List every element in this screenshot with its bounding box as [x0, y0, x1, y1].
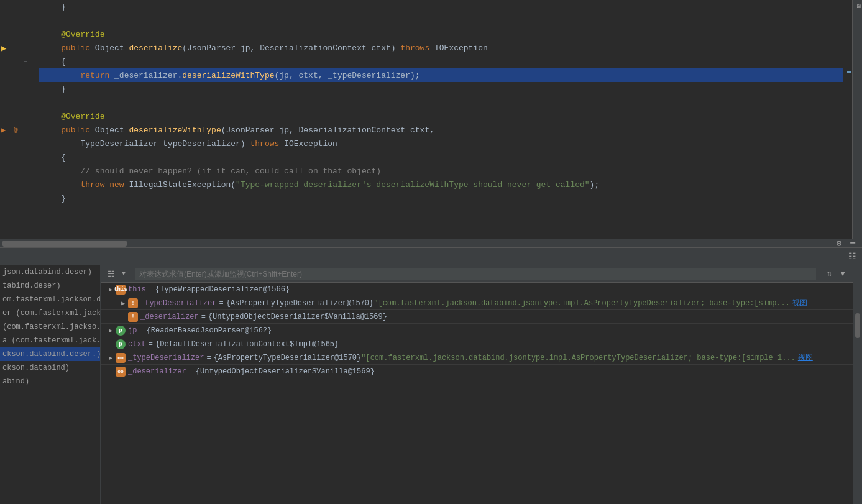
- var-row-oo-deser[interactable]: ► oo _deserializer = {UntypedObjectDeser…: [101, 365, 853, 378]
- gutter-line-9: [0, 109, 34, 123]
- var-name-this: this: [128, 285, 146, 294]
- gutter-line-15: [0, 191, 34, 205]
- var-val-oo-deser: {UntypedObjectDeserializer$Vanilla@1569}: [196, 367, 375, 376]
- fold-icon-12: −: [24, 154, 27, 161]
- var-expand-typedeser[interactable]: ▶: [118, 298, 128, 308]
- gutter-line-3: [0, 27, 34, 41]
- var-extra-oo-typedeser: "[com.fasterxml.jackson.databind.jsontyp…: [361, 354, 796, 362]
- call-stack-item-3[interactable]: om.fasterxml.jackson.d...: [0, 293, 100, 306]
- gutter-line-1: ▼: [0, 0, 34, 14]
- filter-icon[interactable]: ☵: [106, 268, 117, 280]
- var-row-typedeser[interactable]: ▶ ! _typeDeserializer = {AsPropertyTypeD…: [101, 296, 853, 310]
- var-val-jp: {ReaderBasedJsonParser@1562}: [147, 326, 272, 335]
- code-token: {: [42, 153, 66, 162]
- debug-scroll-thumb[interactable]: [855, 313, 860, 338]
- var-eq-typedeser: =: [219, 299, 223, 308]
- code-line-7: }: [39, 82, 843, 96]
- call-stack-item-5[interactable]: (com.fasterxml.jackso...: [0, 320, 100, 334]
- code-token: // should never happen? (if it can, coul…: [42, 167, 381, 176]
- sidebar-icon-1[interactable]: 🗎: [854, 2, 861, 40]
- code-line-3: @Override: [39, 27, 843, 41]
- debug-right-scrollbar[interactable]: [853, 265, 862, 504]
- var-icon-oo-typedeser: oo: [116, 353, 126, 363]
- var-eq-jp: =: [139, 326, 144, 335]
- var-name-jp: jp: [128, 326, 137, 335]
- variables-content: ▶ this this = {TypeWrappedDeserializer@1…: [101, 283, 853, 504]
- right-scrollbar: [843, 0, 852, 239]
- code-line-9: @Override: [39, 109, 843, 123]
- call-stack-item-4[interactable]: er (com.fasterxml.jack...: [0, 306, 100, 320]
- gutter: ▼ ▶ − ▶ @: [0, 0, 34, 239]
- variables-toolbar: ☵ ▼ ⇅ ▼: [101, 265, 853, 283]
- code-line-5: {: [39, 55, 843, 68]
- variables-panel: ☵ ▼ ⇅ ▼ ▶ this this =: [101, 265, 853, 504]
- var-link-oo-typedeser[interactable]: 视图: [798, 352, 813, 363]
- code-token: }: [42, 194, 66, 203]
- gutter-line-12: −: [0, 150, 34, 164]
- gutter-line-11: [0, 137, 34, 150]
- var-val-typedeser: {AsPropertyTypeDeserializer@1570}: [226, 299, 374, 308]
- var-row-deser[interactable]: ► ! _deserializer = {UntypedObjectDeseri…: [101, 310, 853, 324]
- filter-dropdown-icon[interactable]: ▼: [119, 268, 128, 280]
- expand-icon[interactable]: ▼: [837, 268, 848, 280]
- gutter-line-2: [0, 14, 34, 27]
- call-stack-item-1[interactable]: json.databind.deser): [0, 265, 100, 279]
- code-token: public Object deserializeWithType(JsonPa…: [42, 126, 434, 135]
- code-token: @Override: [42, 112, 104, 121]
- var-name-ctxt: ctxt: [128, 340, 146, 349]
- code-line-15: }: [39, 191, 843, 205]
- far-right-sidebar: 🗎: [852, 0, 862, 239]
- code-token: }: [42, 2, 66, 12]
- code-line-12: {: [39, 150, 843, 164]
- var-link-typedeser[interactable]: 视图: [792, 298, 807, 308]
- var-val-ctxt: {DefaultDeserializationContext$Impl@1565…: [155, 340, 339, 349]
- call-stack-item-6[interactable]: a (com.fasterxml.jack...: [0, 334, 100, 347]
- code-line-6: return _deserializer.deserializeWithType…: [39, 68, 843, 82]
- var-eq-deser: =: [201, 313, 206, 321]
- var-expand-deser[interactable]: ►: [118, 312, 128, 322]
- code-token: public Object deserialize(JsonParser jp,…: [42, 44, 488, 53]
- filter-input[interactable]: [135, 268, 816, 280]
- var-icon-typedeser: !: [128, 298, 138, 308]
- call-stack-label-9: abind): [2, 377, 29, 386]
- code-content: } @Override public Object deserialize(Js…: [34, 0, 843, 239]
- call-stack-item-2[interactable]: tabind.deser): [0, 279, 100, 293]
- code-token: throw new IllegalStateException("Type-wr…: [42, 180, 599, 190]
- ide-window: ▼ ▶ − ▶ @: [0, 0, 862, 504]
- var-expand-oo-deser[interactable]: ►: [106, 367, 116, 377]
- scrollbar-track[interactable]: [2, 241, 831, 247]
- var-name-typedeser: _typeDeserializer: [140, 299, 216, 308]
- layout-icon[interactable]: ☷: [846, 250, 858, 263]
- variables-toolbar-left: ☵ ▼: [106, 268, 128, 280]
- var-row-ctxt[interactable]: ► p ctxt = {DefaultDeserializationContex…: [101, 337, 853, 351]
- code-line-2: [39, 14, 843, 27]
- code-line-1: }: [39, 0, 843, 14]
- fold-icon-5: −: [24, 58, 27, 65]
- var-icon-ctxt: p: [116, 339, 126, 349]
- var-row-this[interactable]: ▶ this this = {TypeWrappedDeserializer@1…: [101, 283, 853, 296]
- code-line-11: TypeDeserializer typeDeserializer) throw…: [39, 137, 843, 150]
- call-stack-label-1: json.databind.deser): [2, 268, 92, 277]
- var-row-oo-typedeser[interactable]: ▶ oo _typeDeserializer = {AsPropertyType…: [101, 351, 853, 365]
- var-val-this: {TypeWrappedDeserializer@1566}: [155, 285, 290, 294]
- var-icon-deser: !: [128, 312, 138, 322]
- var-val-oo-typedeser: {AsPropertyTypeDeserializer@1570}: [214, 354, 362, 362]
- call-stack-label-3: om.fasterxml.jackson.d...: [2, 295, 100, 304]
- var-icon-this: this: [116, 285, 126, 295]
- var-val-deser: {UntypedObjectDeserializer$Vanilla@1569}: [208, 313, 387, 321]
- call-stack-item-9[interactable]: abind): [0, 375, 100, 388]
- var-eq-oo-typedeser: =: [206, 354, 211, 362]
- var-row-jp[interactable]: ▶ p jp = {ReaderBasedJsonParser@1562}: [101, 324, 853, 337]
- debug-content-area: json.databind.deser) tabind.deser) om.fa…: [0, 265, 862, 504]
- horizontal-scrollbar-area[interactable]: ⚙ −: [0, 239, 862, 247]
- gutter-line-5: −: [0, 55, 34, 68]
- var-expand-ctxt[interactable]: ►: [106, 339, 116, 349]
- call-stack-label-8: ckson.databind): [2, 364, 70, 372]
- var-expand-jp[interactable]: ▶: [106, 326, 116, 336]
- call-stack-item-7[interactable]: ckson.databind.deser.): [0, 347, 100, 361]
- scrollbar-thumb-h[interactable]: [2, 241, 127, 247]
- var-expand-oo-typedeser[interactable]: ▶: [106, 353, 116, 363]
- sort-icon[interactable]: ⇅: [823, 268, 835, 280]
- call-stack-item-8[interactable]: ckson.databind): [0, 361, 100, 375]
- var-eq-oo-deser: =: [189, 367, 193, 376]
